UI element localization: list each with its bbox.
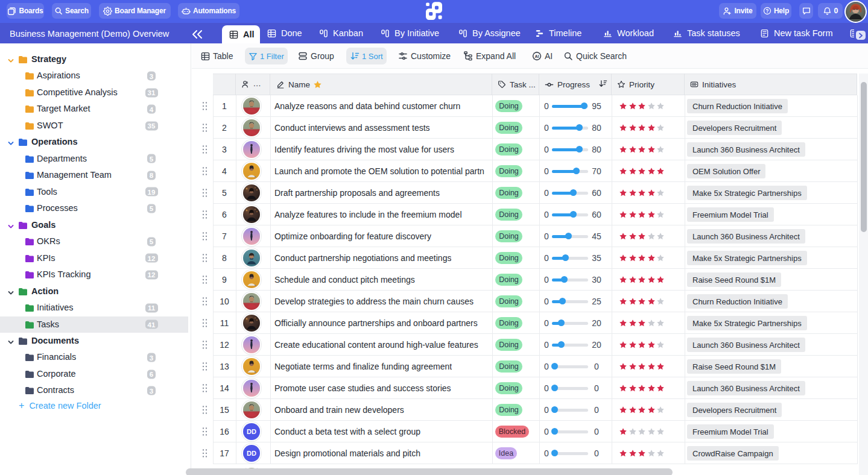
svg-text:AI: AI bbox=[535, 54, 539, 58]
svg-text:DD: DD bbox=[247, 428, 256, 435]
svg-text:DD: DD bbox=[247, 450, 256, 457]
